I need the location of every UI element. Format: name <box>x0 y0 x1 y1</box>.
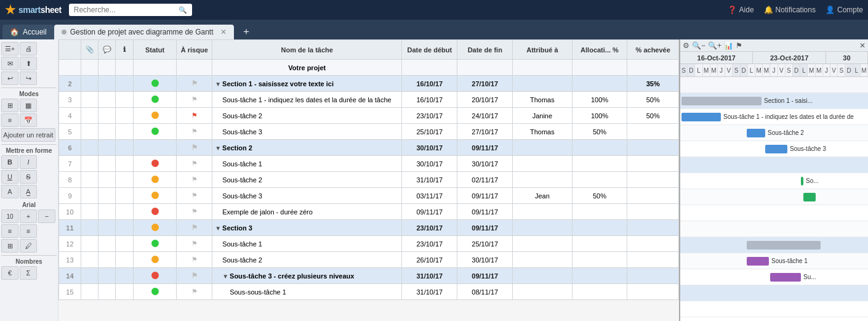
row-number: 15 <box>59 284 81 300</box>
col-risque[interactable]: À risque <box>177 40 212 60</box>
task-name-cell[interactable]: ▼Section 1 - saisissez votre texte ici <box>212 76 402 92</box>
email-button[interactable]: ✉ <box>1 57 18 70</box>
currency-button[interactable]: € <box>1 266 18 280</box>
grid-mode-button[interactable]: ⊞ <box>1 99 18 112</box>
task-name-cell[interactable]: Sous-tâche 1 <box>212 156 402 172</box>
risk-cell: ⚑ <box>177 236 212 252</box>
task-name-cell[interactable]: Sous-tâche 1 <box>212 236 402 252</box>
gantt-bar-label: Su... <box>803 274 816 280</box>
assigned-cell <box>513 236 572 252</box>
task-name-cell[interactable]: Exemple de jalon - durée zéro <box>212 204 402 220</box>
italic-button[interactable]: I <box>20 155 37 169</box>
col-fin[interactable]: Date de fin <box>457 40 513 60</box>
sheet-container: 📎 💬 ℹ Statut À risque Nom de la tâche Da… <box>58 39 868 321</box>
tab-add-button[interactable]: ＋ <box>236 23 256 39</box>
add-indent-button[interactable]: Ajouter un retrait <box>1 128 55 142</box>
align-left-button[interactable]: ≡ <box>1 224 18 238</box>
end-date-cell: 20/10/17 <box>457 92 513 108</box>
attach-cell <box>81 156 98 172</box>
sidebar-row-format1: B I <box>1 155 57 169</box>
info-cell <box>116 268 133 284</box>
gantt-day-cell: S <box>786 64 793 76</box>
task-name-cell[interactable]: Sous-tâche 1 - indiquez les dates et la … <box>212 92 402 108</box>
font-size-up[interactable]: + <box>20 209 37 223</box>
table-row: 14 ⚑ ▼Sous-tâche 3 - créez plusieurs niv… <box>59 268 679 284</box>
gantt-zoom-in-icon[interactable]: 🔍+ <box>708 41 721 50</box>
gantt-day-cell: M <box>808 64 815 76</box>
gantt-day-cell: D <box>845 64 853 76</box>
sum-button[interactable]: Σ <box>20 266 37 280</box>
collapse-button[interactable]: ▼ <box>215 145 221 152</box>
account-button[interactable]: 👤 Compte <box>826 6 863 14</box>
bg-color-button[interactable]: A̲ <box>20 185 37 198</box>
search-bar[interactable]: 🔍 <box>69 4 192 16</box>
risk-cell: ⚑ <box>177 124 212 140</box>
bold-button[interactable]: B <box>1 155 18 169</box>
paint-button[interactable]: 🖊 <box>20 239 37 253</box>
sidebar-row-1: ☰+ 🖨 <box>1 42 57 55</box>
task-name-cell[interactable]: Sous-tâche 2 <box>212 108 402 124</box>
pct-cell <box>627 252 679 268</box>
collapse-button[interactable]: ▼ <box>215 225 221 232</box>
flag-icon: ⚑ <box>191 224 198 231</box>
collapse-button[interactable]: ▼ <box>215 81 221 87</box>
collapse-button[interactable]: ▼ <box>222 273 228 280</box>
gantt-zoom-out-icon[interactable]: 🔍− <box>692 41 705 50</box>
attach-cell <box>81 284 98 300</box>
col-debut[interactable]: Date de début <box>402 40 457 60</box>
nav-left: smartsheet 🔍 <box>5 4 192 16</box>
table-row: 8 ⚑ Sous-tâche 2 31/10/17 02/11/17 <box>59 172 679 188</box>
share-button[interactable]: ⬆ <box>20 57 37 70</box>
table-button[interactable]: ⊞ <box>1 239 18 253</box>
undo-button[interactable]: ↩ <box>1 71 18 85</box>
underline-button[interactable]: U <box>1 170 18 184</box>
status-dot <box>151 192 159 199</box>
pct-cell <box>627 140 679 156</box>
sidebar-row-format3: A A̲ <box>1 185 57 198</box>
tab-close-icon[interactable]: ✕ <box>220 28 227 36</box>
gantt-flag-icon[interactable]: ⚑ <box>736 41 742 50</box>
gantt-row <box>680 237 868 253</box>
user-icon: 👤 <box>826 6 835 14</box>
strikethrough-button[interactable]: S <box>20 170 37 184</box>
col-assigne[interactable]: Attribué à <box>513 40 572 60</box>
calendar-mode-button[interactable]: 📅 <box>20 113 37 127</box>
search-input[interactable] <box>74 6 176 14</box>
tab-sheet[interactable]: Gestion de projet avec diagramme de Gant… <box>54 25 235 39</box>
task-name-cell[interactable]: Votre projet <box>212 60 402 76</box>
end-date-cell <box>457 60 513 76</box>
task-name-cell[interactable]: Sous-tâche 2 <box>212 172 402 188</box>
col-tache[interactable]: Nom de la tâche <box>212 40 402 60</box>
col-pct[interactable]: % achevée <box>627 40 679 60</box>
task-name-cell[interactable]: ▼Sous-tâche 3 - créez plusieurs niveaux <box>212 268 402 284</box>
text-color-button[interactable]: A <box>1 185 18 198</box>
content-area: 📎 💬 ℹ Statut À risque Nom de la tâche Da… <box>58 39 868 321</box>
help-button[interactable]: ❓ Aide <box>728 6 754 14</box>
tab-home[interactable]: 🏠 Accueil <box>2 25 54 39</box>
redo-button[interactable]: ↪ <box>20 71 37 85</box>
task-name-cell[interactable]: Sous-tâche 3 <box>212 124 402 140</box>
col-statut[interactable]: Statut <box>133 40 177 60</box>
task-name-cell[interactable]: Sous-sous-tâche 1 <box>212 284 402 300</box>
alloc-cell: 100% <box>572 108 627 124</box>
table-row: 6 ⚑ ▼Section 2 30/10/17 09/11/17 <box>59 140 679 156</box>
gantt-close-icon[interactable]: ✕ <box>859 41 866 50</box>
card-mode-button[interactable]: ▦ <box>20 99 37 112</box>
start-date-cell: 16/10/17 <box>402 92 457 108</box>
flag-icon: ⚑ <box>191 128 198 135</box>
gantt-chart-icon[interactable]: 📊 <box>724 41 733 50</box>
notifications-button[interactable]: 🔔 Notifications <box>764 6 816 14</box>
new-row-button[interactable]: ☰+ <box>1 42 18 55</box>
align-right-button[interactable]: ≡ <box>20 224 37 238</box>
gantt-area: ⚙ 🔍− 🔍+ 📊 ⚑ ✕ 16-Oct-2017 23-Oct-2017 30 <box>680 39 868 321</box>
task-name-cell[interactable]: ▼Section 2 <box>212 140 402 156</box>
print-button[interactable]: 🖨 <box>20 42 37 55</box>
task-name-cell[interactable]: ▼Section 3 <box>212 220 402 236</box>
gantt-settings-icon[interactable]: ⚙ <box>683 41 689 50</box>
task-name-cell[interactable]: Sous-tâche 3 <box>212 188 402 204</box>
font-size-down[interactable]: − <box>38 209 55 223</box>
task-name-cell[interactable]: Sous-tâche 2 <box>212 252 402 268</box>
gantt-mode-button[interactable]: ≡ <box>1 113 18 127</box>
comments-cell <box>98 108 116 124</box>
col-alloc[interactable]: Allocati... % <box>572 40 627 60</box>
